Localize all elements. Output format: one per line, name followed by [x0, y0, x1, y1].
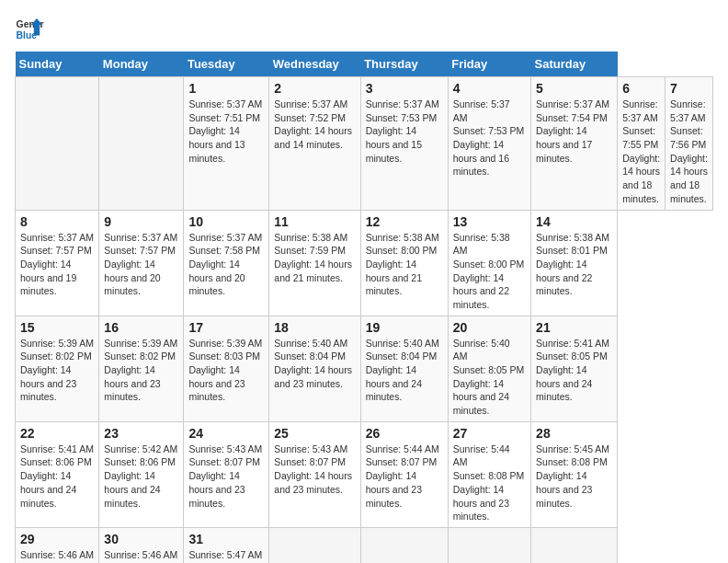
day-info: Sunrise: 5:38 AMSunset: 8:00 PMDaylight:…: [366, 232, 439, 297]
calendar-cell: 2Sunrise: 5:37 AMSunset: 7:52 PMDaylight…: [269, 77, 360, 211]
day-header-monday: Monday: [99, 52, 184, 77]
calendar-week-row: 29Sunrise: 5:46 AMSunset: 8:08 PMDayligh…: [16, 527, 713, 563]
calendar-cell: 19Sunrise: 5:40 AMSunset: 8:04 PMDayligh…: [360, 316, 448, 421]
calendar-cell: 13Sunrise: 5:38 AMSunset: 8:00 PMDayligh…: [448, 210, 530, 316]
day-info: Sunrise: 5:37 AMSunset: 7:51 PMDaylight:…: [188, 98, 262, 164]
day-info: Sunrise: 5:39 AMSunset: 8:03 PMDaylight:…: [188, 338, 262, 403]
calendar-cell: 24Sunrise: 5:43 AMSunset: 8:07 PMDayligh…: [184, 421, 269, 527]
day-info: Sunrise: 5:46 AMSunset: 8:08 PMDaylight:…: [20, 549, 94, 563]
day-info: Sunrise: 5:37 AMSunset: 7:58 PMDaylight:…: [188, 232, 262, 297]
day-number: 2: [274, 81, 355, 96]
day-number: 26: [366, 426, 443, 441]
calendar-week-row: 8Sunrise: 5:37 AMSunset: 7:57 PMDaylight…: [16, 210, 713, 316]
day-number: 6: [622, 81, 660, 96]
day-info: Sunrise: 5:44 AMSunset: 8:07 PMDaylight:…: [366, 443, 439, 509]
day-number: 14: [536, 214, 612, 229]
calendar-cell: 20Sunrise: 5:40 AMSunset: 8:05 PMDayligh…: [448, 316, 530, 421]
day-header-friday: Friday: [448, 52, 530, 77]
day-info: Sunrise: 5:43 AMSunset: 8:07 PMDaylight:…: [274, 443, 352, 495]
day-number: 19: [366, 320, 443, 335]
day-info: Sunrise: 5:40 AMSunset: 8:05 PMDaylight:…: [453, 338, 525, 416]
header: General Blue: [15, 15, 713, 44]
calendar-cell: 25Sunrise: 5:43 AMSunset: 8:07 PMDayligh…: [269, 421, 360, 527]
calendar-cell: 23Sunrise: 5:42 AMSunset: 8:06 PMDayligh…: [99, 421, 184, 527]
day-info: Sunrise: 5:41 AMSunset: 8:06 PMDaylight:…: [20, 443, 94, 509]
day-number: 29: [20, 532, 94, 546]
day-info: Sunrise: 5:37 AMSunset: 7:53 PMDaylight:…: [366, 98, 439, 164]
calendar-cell: 30Sunrise: 5:46 AMSunset: 8:09 PMDayligh…: [99, 527, 184, 563]
day-number: 24: [188, 426, 264, 441]
calendar-cell: 3Sunrise: 5:37 AMSunset: 7:53 PMDaylight…: [360, 77, 448, 211]
day-number: 18: [274, 320, 355, 335]
day-header-thursday: Thursday: [360, 52, 448, 77]
calendar-cell: 26Sunrise: 5:44 AMSunset: 8:07 PMDayligh…: [360, 421, 448, 527]
day-info: Sunrise: 5:38 AMSunset: 7:59 PMDaylight:…: [274, 232, 352, 283]
calendar-cell: 22Sunrise: 5:41 AMSunset: 8:06 PMDayligh…: [16, 421, 99, 527]
calendar-cell: 10Sunrise: 5:37 AMSunset: 7:58 PMDayligh…: [184, 210, 269, 316]
day-info: Sunrise: 5:42 AMSunset: 8:06 PMDaylight:…: [104, 443, 177, 509]
calendar-cell: [531, 527, 618, 563]
day-number: 25: [274, 426, 355, 441]
day-info: Sunrise: 5:37 AMSunset: 7:56 PMDaylight:…: [670, 98, 708, 204]
calendar-cell: [448, 527, 530, 563]
day-number: 28: [536, 426, 612, 441]
day-info: Sunrise: 5:37 AMSunset: 7:54 PMDaylight:…: [536, 98, 609, 164]
day-info: Sunrise: 5:39 AMSunset: 8:02 PMDaylight:…: [20, 338, 94, 403]
calendar-week-row: 15Sunrise: 5:39 AMSunset: 8:02 PMDayligh…: [16, 316, 713, 421]
day-number: 30: [104, 532, 178, 546]
day-number: 10: [188, 214, 264, 229]
day-number: 11: [274, 214, 355, 229]
day-number: 16: [104, 320, 178, 335]
day-number: 23: [104, 426, 178, 441]
calendar-week-row: 1Sunrise: 5:37 AMSunset: 7:51 PMDaylight…: [16, 77, 713, 211]
day-info: Sunrise: 5:46 AMSunset: 8:09 PMDaylight:…: [104, 549, 177, 563]
calendar-cell: 18Sunrise: 5:40 AMSunset: 8:04 PMDayligh…: [269, 316, 360, 421]
day-info: Sunrise: 5:37 AMSunset: 7:57 PMDaylight:…: [20, 232, 94, 297]
calendar-cell: [360, 527, 448, 563]
day-info: Sunrise: 5:37 AMSunset: 7:53 PMDaylight:…: [453, 98, 525, 177]
day-header-wednesday: Wednesday: [269, 52, 360, 77]
calendar-cell: 31Sunrise: 5:47 AMSunset: 8:09 PMDayligh…: [184, 527, 269, 563]
day-info: Sunrise: 5:47 AMSunset: 8:09 PMDaylight:…: [188, 549, 262, 563]
calendar-cell: [16, 77, 99, 211]
calendar-cell: 14Sunrise: 5:38 AMSunset: 8:01 PMDayligh…: [531, 210, 618, 316]
day-header-saturday: Saturday: [531, 52, 618, 77]
day-number: 12: [366, 214, 443, 229]
calendar-cell: 9Sunrise: 5:37 AMSunset: 7:57 PMDaylight…: [99, 210, 184, 316]
day-info: Sunrise: 5:45 AMSunset: 8:08 PMDaylight:…: [536, 443, 609, 509]
calendar-body: 1Sunrise: 5:37 AMSunset: 7:51 PMDaylight…: [16, 77, 713, 564]
calendar-cell: 27Sunrise: 5:44 AMSunset: 8:08 PMDayligh…: [448, 421, 530, 527]
day-info: Sunrise: 5:40 AMSunset: 8:04 PMDaylight:…: [366, 338, 439, 403]
calendar-cell: 1Sunrise: 5:37 AMSunset: 7:51 PMDaylight…: [184, 77, 269, 211]
day-info: Sunrise: 5:41 AMSunset: 8:05 PMDaylight:…: [536, 338, 609, 403]
calendar-cell: 6Sunrise: 5:37 AMSunset: 7:55 PMDaylight…: [618, 77, 665, 211]
day-info: Sunrise: 5:43 AMSunset: 8:07 PMDaylight:…: [188, 443, 262, 509]
day-number: 17: [188, 320, 264, 335]
calendar-table: SundayMondayTuesdayWednesdayThursdayFrid…: [15, 52, 713, 563]
calendar-cell: 28Sunrise: 5:45 AMSunset: 8:08 PMDayligh…: [531, 421, 618, 527]
day-info: Sunrise: 5:37 AMSunset: 7:57 PMDaylight:…: [104, 232, 177, 297]
day-number: 15: [20, 320, 94, 335]
day-info: Sunrise: 5:39 AMSunset: 8:02 PMDaylight:…: [104, 338, 177, 403]
calendar-cell: 29Sunrise: 5:46 AMSunset: 8:08 PMDayligh…: [16, 527, 99, 563]
day-info: Sunrise: 5:44 AMSunset: 8:08 PMDaylight:…: [453, 443, 525, 522]
calendar-cell: 11Sunrise: 5:38 AMSunset: 7:59 PMDayligh…: [269, 210, 360, 316]
calendar-cell: 4Sunrise: 5:37 AMSunset: 7:53 PMDaylight…: [448, 77, 530, 211]
calendar-cell: 12Sunrise: 5:38 AMSunset: 8:00 PMDayligh…: [360, 210, 448, 316]
day-number: 9: [104, 214, 178, 229]
day-info: Sunrise: 5:37 AMSunset: 7:52 PMDaylight:…: [274, 98, 352, 150]
day-header-tuesday: Tuesday: [184, 52, 269, 77]
day-number: 7: [670, 81, 708, 96]
day-number: 27: [453, 426, 526, 441]
day-number: 31: [188, 532, 264, 546]
calendar-cell: 17Sunrise: 5:39 AMSunset: 8:03 PMDayligh…: [184, 316, 269, 421]
day-number: 1: [188, 81, 264, 96]
calendar-cell: 21Sunrise: 5:41 AMSunset: 8:05 PMDayligh…: [531, 316, 618, 421]
day-number: 21: [536, 320, 612, 335]
calendar-week-row: 22Sunrise: 5:41 AMSunset: 8:06 PMDayligh…: [16, 421, 713, 527]
calendar-cell: [269, 527, 360, 563]
day-info: Sunrise: 5:38 AMSunset: 8:01 PMDaylight:…: [536, 232, 609, 297]
calendar-cell: 15Sunrise: 5:39 AMSunset: 8:02 PMDayligh…: [16, 316, 99, 421]
calendar-cell: 8Sunrise: 5:37 AMSunset: 7:57 PMDaylight…: [16, 210, 99, 316]
day-header-sunday: Sunday: [16, 52, 99, 77]
